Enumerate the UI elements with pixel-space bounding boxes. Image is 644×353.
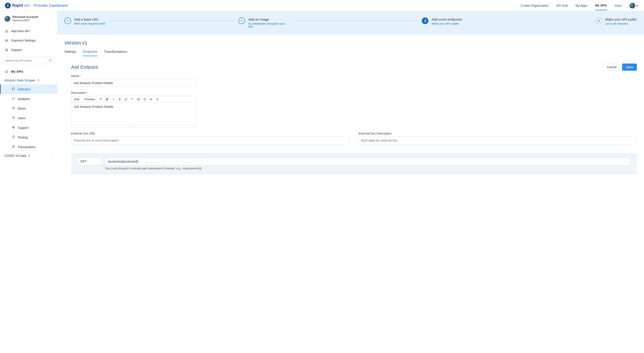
description-textarea[interactable]: Get Amazon Product Details xyxy=(71,103,196,125)
search-icon xyxy=(49,59,52,62)
brand-suffix: API xyxy=(24,4,31,8)
tab-endpoints[interactable]: Endpoints xyxy=(83,50,97,56)
sidebar-sub-testing[interactable]: Testing xyxy=(0,132,57,142)
preview-tab[interactable]: Preview xyxy=(84,98,95,101)
user-icon xyxy=(12,116,15,120)
account-title: Personal Account xyxy=(12,15,38,19)
method-value: GET xyxy=(80,160,87,163)
sidebar: Personal Account Mashhood007 ⌄ Add New A… xyxy=(0,11,57,353)
svg-point-13 xyxy=(150,98,150,99)
step-2[interactable]: Add an image So developers recognize you… xyxy=(238,18,288,29)
step-sub[interactable]: We'll route requests here xyxy=(74,22,105,25)
sidebar-sub-definition[interactable]: Definition xyxy=(0,84,57,94)
chevron-up-icon: ⌃ xyxy=(51,155,52,157)
text-size-icon[interactable]: TT xyxy=(98,97,103,102)
svg-point-0 xyxy=(7,5,8,6)
ul-icon[interactable] xyxy=(148,97,154,102)
step-connector xyxy=(292,21,418,21)
ext-url-input[interactable] xyxy=(71,136,350,145)
step-title: Add a base URL xyxy=(74,18,105,21)
file-icon[interactable] xyxy=(142,97,147,102)
chevron-up-icon: ⌃ xyxy=(51,79,52,82)
nav-create-organization[interactable]: Create Organization xyxy=(520,4,548,10)
edit-tab[interactable]: Edit xyxy=(74,98,79,101)
step-4[interactable]: 4 Make your API public Let it rain reque… xyxy=(596,18,637,25)
svg-rect-7 xyxy=(12,88,14,90)
description-label: Description* xyxy=(71,91,196,94)
search-button[interactable] xyxy=(46,57,54,64)
sidebar-sub-analytics[interactable]: Analytics xyxy=(0,94,57,104)
step-connector xyxy=(109,21,235,21)
lock-icon xyxy=(37,79,40,82)
search-input[interactable] xyxy=(3,57,46,64)
svg-point-15 xyxy=(150,100,150,100)
brand-logo[interactable]: RapidAPI xyxy=(5,3,31,9)
tab-settings[interactable]: Settings xyxy=(64,50,76,56)
svg-rect-2 xyxy=(5,40,8,41)
step-sub[interactable]: So developers recognize your API xyxy=(248,22,288,29)
endpoint-url-block: GET ⌄ Use {curly braces} to indicate pat… xyxy=(71,153,637,174)
sidebar-payment-settings[interactable]: Payment Settings xyxy=(0,36,57,45)
check-icon xyxy=(64,18,71,24)
ext-desc-input[interactable] xyxy=(358,136,637,145)
check-circle-icon xyxy=(5,70,8,73)
step-number: 3 xyxy=(422,18,428,24)
sidebar-item-label: My APIs xyxy=(11,70,23,73)
tabs: Settings Endpoints Transformations xyxy=(64,50,637,56)
chevron-down-icon: ⌄ xyxy=(98,160,100,163)
cancel-button[interactable]: Cancel xyxy=(603,64,620,71)
editor-toolbar: Edit | Preview TT B I S ❝ xyxy=(71,96,196,103)
step-sub[interactable]: Let it rain requests xyxy=(605,22,637,25)
clock-icon xyxy=(12,107,15,110)
svg-rect-11 xyxy=(28,155,30,157)
card-icon xyxy=(5,39,8,42)
tab-transformations[interactable]: Transformations xyxy=(104,50,127,56)
sidebar-api-covid[interactable]: COVID 19 Data ⌃ xyxy=(0,152,57,160)
nav-my-apis[interactable]: My APIs xyxy=(595,4,607,10)
description-editor: Edit | Preview TT B I S ❝ xyxy=(71,96,196,128)
form-heading: Add Endpoint xyxy=(71,65,98,70)
account-user: Mashhood007 xyxy=(12,19,38,22)
image-icon[interactable] xyxy=(136,97,141,102)
sidebar-sub-transactions[interactable]: Transactions xyxy=(0,142,57,152)
layout-icon xyxy=(12,87,15,91)
avatar-menu[interactable]: ▾ xyxy=(630,3,638,9)
plus-circle-icon xyxy=(5,30,8,33)
svg-point-5 xyxy=(5,71,8,73)
sidebar-api-amazon[interactable]: Amazon Data Scraper ⌃ xyxy=(0,76,57,84)
dashboard-title: Provider Dashboard xyxy=(34,3,68,8)
sidebar-support[interactable]: Support xyxy=(0,45,57,55)
step-title: Add some endpoints xyxy=(432,18,462,21)
italic-icon[interactable]: I xyxy=(111,97,116,102)
sidebar-sub-support[interactable]: Support xyxy=(0,123,57,132)
account-switcher[interactable]: Personal Account Mashhood007 ⌄ xyxy=(0,14,57,25)
svg-point-14 xyxy=(150,99,150,99)
sidebar-my-apis-header[interactable]: My APIs xyxy=(0,67,57,76)
account-avatar-icon xyxy=(4,16,10,22)
nav-my-apps[interactable]: My Apps xyxy=(575,4,588,10)
name-input[interactable] xyxy=(71,79,196,87)
sidebar-add-new-api[interactable]: Add New API xyxy=(0,27,57,36)
step-sub[interactable]: Make your API usable xyxy=(432,22,462,25)
step-1[interactable]: Add a base URL We'll route requests here xyxy=(64,18,105,25)
nav-api-hub[interactable]: API Hub xyxy=(556,4,568,10)
cart-icon xyxy=(12,145,15,149)
caret-down-icon: ▾ xyxy=(636,4,638,8)
bold-icon[interactable]: B xyxy=(105,97,110,102)
save-button[interactable]: Save xyxy=(622,64,637,71)
ol-icon[interactable] xyxy=(155,97,160,102)
strike-icon[interactable]: S xyxy=(117,97,122,102)
logo-icon xyxy=(5,3,11,9)
resize-handle-icon[interactable]: ··· xyxy=(71,125,196,128)
edit-preview-toggle: Edit | Preview xyxy=(72,97,97,102)
sidebar-sub-alerts[interactable]: Alerts xyxy=(0,104,57,113)
path-input[interactable] xyxy=(105,157,630,166)
nav-docs[interactable]: Docs xyxy=(615,4,622,10)
link-icon[interactable] xyxy=(124,97,128,102)
svg-point-3 xyxy=(5,49,8,51)
http-method-select[interactable]: GET ⌄ xyxy=(78,157,102,165)
top-nav: Create Organization API Hub My Apps My A… xyxy=(520,3,638,9)
step-3[interactable]: 3 Add some endpoints Make your API usabl… xyxy=(422,18,462,25)
sidebar-sub-users[interactable]: Users xyxy=(0,113,57,123)
quote-icon[interactable]: ❝ xyxy=(130,97,134,102)
